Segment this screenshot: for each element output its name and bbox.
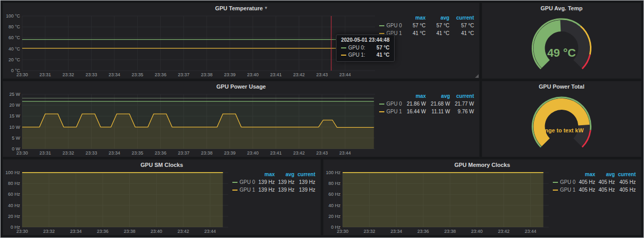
dashboard-row-2: GPU Power Usage 0 W5 W10 W15 W20 W25 W23… [3,81,641,157]
svg-text:23:34: 23:34 [70,229,82,234]
series-marker-icon [232,182,238,183]
panel-body-gpu-sm-clocks: 0 Hz20 Hz40 Hz60 Hz80 Hz100 Hz23:3023:32… [3,169,320,235]
panel-header-gpu-temperature[interactable]: GPU Temperature ▾ [3,3,479,13]
gpu-power-usage-chart[interactable]: 0 W5 W10 W15 W20 W25 W23:3023:3123:3223:… [3,91,378,157]
svg-text:range to text kW: range to text kW [539,127,584,133]
svg-text:15 W: 15 W [9,113,21,118]
chart-tooltip: 2020-05-01 23:44:48 GPU 0: 57 °C GPU 1: … [336,35,395,62]
svg-text:20 Hz: 20 Hz [8,214,20,219]
svg-text:40 °C: 40 °C [8,46,20,52]
tooltip-series-name: GPU 0: [348,44,365,52]
series-marker-icon [232,190,238,191]
svg-text:23:36: 23:36 [97,229,109,234]
panel-header-gpu-power-total[interactable]: GPU Power Total [482,81,641,91]
resize-handle[interactable] [475,74,479,78]
svg-text:23:38: 23:38 [444,229,456,234]
panel-header-gpu-avg-temp[interactable]: GPU Avg. Temp [482,3,641,13]
legend-row[interactable]: GPU 057 °C57 °C57 °C [378,22,475,29]
panel-gpu-avg-temp: GPU Avg. Temp 49 °C [482,3,641,79]
svg-text:20 Hz: 20 Hz [328,214,341,219]
svg-text:40 Hz: 40 Hz [8,203,20,208]
series-marker-icon [553,190,558,191]
panel-gpu-temperature: GPU Temperature ▾ 0 °C20 °C40 °C60 °C80 … [3,3,480,79]
svg-text:100 Hz: 100 Hz [326,170,341,175]
tooltip-row-gpu1: GPU 1: 41 °C [341,52,389,59]
legend-row[interactable]: GPU 1139 Hz139 Hz139 Hz [231,186,316,194]
tooltip-timestamp: 2020-05-01 23:44:48 [341,37,389,43]
svg-text:23:44: 23:44 [340,72,351,77]
gpu-power-usage-legend[interactable]: maxavgcurrentGPU 021.86 W21.68 W21.77 WG… [378,91,479,157]
panel-title-gpu-avg-temp: GPU Avg. Temp [540,5,583,11]
svg-text:23:36: 23:36 [417,229,429,234]
series-marker-icon [379,111,384,112]
svg-text:60 Hz: 60 Hz [328,192,341,197]
svg-text:80 °C: 80 °C [8,24,20,29]
series-marker-icon [379,104,384,105]
svg-text:23:41: 23:41 [270,150,282,156]
svg-text:40 Hz: 40 Hz [328,203,341,208]
gpu-sm-clocks-legend[interactable]: maxavgcurrentGPU 0139 Hz139 Hz139 HzGPU … [231,169,320,235]
gpu0-series-marker-icon [341,47,346,48]
legend-row[interactable]: GPU 0139 Hz139 Hz139 Hz [231,178,316,186]
svg-text:23:41: 23:41 [270,72,282,77]
svg-text:23:39: 23:39 [224,72,236,77]
gpu-avg-temp-gauge[interactable]: 49 °C [482,13,641,78]
panel-body-gpu-power-total: range to text kW [482,91,641,157]
series-marker-icon [379,25,384,26]
panel-body-gpu-temperature: 0 °C20 °C40 °C60 °C80 °C100 °C23:3023:31… [3,13,479,78]
tooltip-series-value: 57 °C [377,44,389,52]
legend-row[interactable]: GPU 021.86 W21.68 W21.77 W [378,100,475,108]
gpu-memory-clocks-legend[interactable]: maxavgcurrentGPU 0405 Hz405 Hz405 HzGPU … [552,169,641,235]
svg-text:23:44: 23:44 [525,229,537,234]
tooltip-series-value: 41 °C [377,52,389,59]
svg-text:23:43: 23:43 [316,150,328,156]
tooltip-row-gpu0: GPU 0: 57 °C [341,44,389,52]
svg-text:23:43: 23:43 [316,72,328,77]
gpu1-series-marker-icon [341,55,346,56]
tooltip-series-name: GPU 1: [348,52,365,59]
svg-text:23:40: 23:40 [471,229,483,234]
svg-text:10 W: 10 W [9,125,21,130]
svg-text:23:33: 23:33 [86,150,97,156]
svg-text:23:33: 23:33 [86,72,97,77]
series-marker-icon [553,182,558,183]
legend-row[interactable]: GPU 0405 Hz405 Hz405 Hz [552,178,637,186]
svg-text:5 W: 5 W [12,135,21,141]
legend-row[interactable]: GPU 1405 Hz405 Hz405 Hz [552,186,637,194]
svg-text:80 Hz: 80 Hz [328,181,341,186]
svg-text:25 W: 25 W [9,92,21,97]
legend-row[interactable]: GPU 116.44 W11.11 W9.76 W [378,108,475,115]
panel-body-gpu-power-usage: 0 W5 W10 W15 W20 W25 W23:3023:3123:3223:… [3,91,479,157]
panel-title-gpu-power-usage: GPU Power Usage [216,83,266,90]
panel-header-gpu-power-usage[interactable]: GPU Power Usage [3,81,479,91]
gpu-memory-clocks-chart[interactable]: 0 Hz20 Hz40 Hz60 Hz80 Hz100 Hz23:3023:32… [324,169,552,235]
svg-text:23:42: 23:42 [293,150,305,156]
svg-text:60 °C: 60 °C [8,35,20,40]
svg-text:23:31: 23:31 [40,150,52,156]
svg-text:23:32: 23:32 [364,229,376,234]
svg-text:23:38: 23:38 [124,229,135,234]
svg-text:23:32: 23:32 [62,150,74,156]
svg-text:23:37: 23:37 [178,150,190,156]
svg-text:23:34: 23:34 [109,72,121,77]
panel-header-gpu-sm-clocks[interactable]: GPU SM Clocks [3,160,320,169]
panel-gpu-power-usage: GPU Power Usage 0 W5 W10 W15 W20 W25 W23… [3,81,480,157]
svg-text:23:32: 23:32 [62,72,74,77]
svg-text:23:34: 23:34 [391,229,402,234]
svg-text:23:36: 23:36 [155,72,166,77]
gpu-power-total-gauge[interactable]: range to text kW [482,91,641,157]
panel-header-gpu-memory-clocks[interactable]: GPU Memory Clocks [324,160,641,169]
svg-text:23:39: 23:39 [224,150,236,156]
svg-text:23:30: 23:30 [16,150,28,156]
gpu-sm-clocks-chart[interactable]: 0 Hz20 Hz40 Hz60 Hz80 Hz100 Hz23:3023:32… [3,169,231,235]
svg-text:23:35: 23:35 [132,150,144,156]
svg-text:23:37: 23:37 [178,72,190,77]
panel-title-gpu-temperature: GPU Temperature [215,5,263,11]
panel-gpu-power-total: GPU Power Total range to text kW [482,81,641,157]
svg-text:49 °C: 49 °C [547,46,575,59]
svg-text:80 Hz: 80 Hz [8,181,20,186]
gpu-temperature-chart[interactable]: 0 °C20 °C40 °C60 °C80 °C100 °C23:3023:31… [3,13,378,78]
chevron-down-icon: ▾ [265,6,267,10]
svg-text:23:34: 23:34 [109,150,121,156]
svg-text:23:38: 23:38 [201,150,213,156]
